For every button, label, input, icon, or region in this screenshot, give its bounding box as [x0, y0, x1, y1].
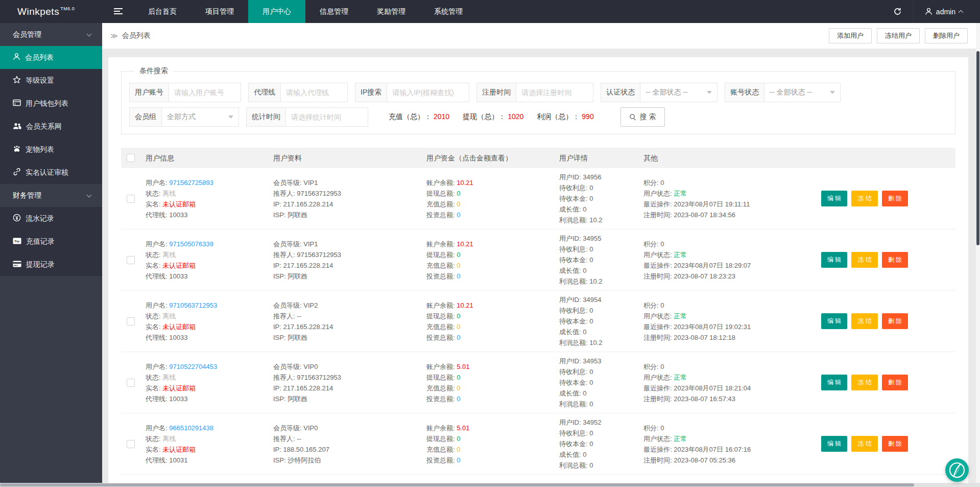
- edit-button[interactable]: 编 辑: [821, 252, 847, 268]
- sidebar-group-title-1[interactable]: 会员管理: [0, 23, 102, 46]
- ip-address-value: 217.165.228.214: [283, 323, 333, 331]
- withdraw-total-value[interactable]: 0: [457, 435, 460, 443]
- nav-item-5[interactable]: 奖励管理: [363, 0, 420, 23]
- delete-button[interactable]: 删 除: [882, 375, 908, 390]
- row-checkbox[interactable]: [127, 317, 135, 326]
- freeze-button[interactable]: 冻 结: [851, 375, 877, 390]
- agent-line: 代理线: 10033: [146, 271, 268, 282]
- pending-principal: 待收本金: 0: [559, 254, 638, 265]
- sidebar-item-等级设置[interactable]: 等级设置: [0, 69, 102, 92]
- edit-button[interactable]: 编 辑: [821, 375, 847, 390]
- recharge-total-value[interactable]: 0: [457, 384, 460, 392]
- total-value: 990: [582, 112, 593, 121]
- nav-item-6[interactable]: 系统管理: [420, 0, 477, 23]
- edit-button[interactable]: 编 辑: [821, 191, 847, 206]
- 账号状态-select[interactable]: -- 全部状态 --: [764, 83, 840, 102]
- menu-toggle-button[interactable]: [102, 0, 134, 23]
- invest-total-value[interactable]: 0: [457, 211, 460, 219]
- freeze-button[interactable]: 冻 结: [851, 436, 877, 452]
- 冻结用户-button[interactable]: 冻结用户: [877, 28, 920, 43]
- account-balance-value[interactable]: 5.01: [457, 424, 469, 432]
- user-name-value[interactable]: 9710522704453: [169, 363, 217, 370]
- select-all-checkbox[interactable]: [127, 154, 135, 162]
- sidebar-item-充值记录[interactable]: Pay充值记录: [0, 230, 102, 253]
- edit-button[interactable]: 编 辑: [821, 313, 847, 329]
- chat-widget-button[interactable]: [945, 458, 969, 482]
- 用户账号-input[interactable]: [169, 83, 241, 102]
- user-name-value[interactable]: 9710563712953: [169, 302, 217, 309]
- horizontal-scrollbar[interactable]: [0, 483, 980, 487]
- nav-item-3[interactable]: 用户中心: [248, 0, 305, 23]
- sidebar-item-用户钱包列表[interactable]: 用户钱包列表: [0, 92, 102, 115]
- account-balance: 账户余额: 10.21: [426, 300, 554, 311]
- delete-button[interactable]: 删 除: [882, 313, 908, 329]
- 会员组-select[interactable]: 全部方式: [162, 108, 238, 126]
- delete-button[interactable]: 删 除: [882, 436, 908, 452]
- withdraw-total-value[interactable]: 0: [457, 312, 460, 320]
- row-checkbox[interactable]: [127, 256, 135, 264]
- row-checkbox[interactable]: [127, 440, 135, 448]
- recharge-total-value[interactable]: 0: [457, 323, 460, 331]
- sidebar-group-title-2[interactable]: 财务管理: [0, 184, 102, 207]
- horizontal-scrollbar-thumb[interactable]: [0, 483, 914, 486]
- freeze-button[interactable]: 冻 结: [851, 252, 877, 268]
- header-用户资金（点击金额查看）: 用户资金（点击金额查看）: [426, 153, 559, 164]
- profit-total-label: 利润总额:: [559, 461, 589, 469]
- 统计时间-input[interactable]: [286, 108, 368, 126]
- refresh-button[interactable]: [882, 0, 914, 23]
- user-status-value: 正常: [674, 190, 687, 197]
- row-checkbox[interactable]: [127, 195, 135, 203]
- table-row: 用户名: 966582027865会员等级: VIP0账户余额: 5.00用户I…: [121, 475, 955, 483]
- 认证状态-select[interactable]: -- 全部状态 --: [640, 83, 717, 102]
- 代理线-input[interactable]: [281, 83, 347, 102]
- delete-button[interactable]: 删 除: [882, 252, 908, 268]
- freeze-button[interactable]: 冻 结: [851, 191, 877, 206]
- edit-button[interactable]: 编 辑: [821, 436, 847, 452]
- sidebar-item-提现记录[interactable]: 提现记录: [0, 253, 102, 276]
- freeze-button[interactable]: 冻 结: [851, 313, 877, 329]
- sidebar-item-实名认证审核[interactable]: 实名认证审核: [0, 161, 102, 184]
- account-balance-value[interactable]: 5.01: [457, 363, 469, 370]
- recharge-total-value[interactable]: 0: [457, 200, 460, 208]
- pending-principal-value: 0: [589, 317, 593, 325]
- sidebar-item-会员关系网[interactable]: 会员关系网: [0, 115, 102, 138]
- vertical-scrollbar[interactable]: [976, 23, 980, 483]
- 注册时间-input[interactable]: [516, 83, 593, 102]
- recharge-total-value[interactable]: 0: [457, 262, 460, 269]
- delete-button[interactable]: 删 除: [882, 191, 908, 206]
- nav-item-4[interactable]: 信息管理: [305, 0, 363, 23]
- user-status-label: 用户状态:: [643, 312, 674, 320]
- search-button[interactable]: 搜 索: [620, 107, 665, 127]
- invest-total-value[interactable]: 0: [457, 395, 460, 403]
- IP搜索-input[interactable]: [387, 83, 469, 102]
- 添加用户-button[interactable]: 添加用户: [829, 28, 872, 43]
- main-nav: 后台首页项目管理用户中心信息管理奖励管理系统管理: [134, 0, 477, 23]
- nav-item-2[interactable]: 项目管理: [191, 0, 248, 23]
- profit-total: 利润总额: 10.2: [559, 215, 638, 225]
- account-balance-value[interactable]: 10.21: [457, 179, 473, 187]
- vertical-scrollbar-thumb[interactable]: [976, 51, 979, 245]
- sidebar-item-会员列表[interactable]: 会员列表: [0, 46, 102, 69]
- last-operation-value: 2023年08月07日 16:07:16: [674, 446, 751, 453]
- user-name-value[interactable]: 971562725893: [169, 179, 213, 187]
- invest-total-value[interactable]: 0: [457, 272, 460, 280]
- search-row-2: 会员组全部方式统计时间 充值（总）：2010提现（总）：1020利润（总）：99…: [129, 107, 947, 127]
- row-checkbox[interactable]: [127, 379, 135, 387]
- search-totals: 充值（总）：2010提现（总）：1020利润（总）：990: [389, 112, 607, 122]
- nav-item-1[interactable]: 后台首页: [134, 0, 191, 23]
- withdraw-total-value[interactable]: 0: [457, 190, 460, 197]
- withdraw-total-value[interactable]: 0: [457, 374, 460, 381]
- withdraw-total-value[interactable]: 0: [457, 251, 460, 259]
- invest-total-value[interactable]: 0: [457, 334, 460, 341]
- user-name-value[interactable]: 966510291438: [169, 424, 213, 432]
- account-balance-value[interactable]: 10.21: [457, 240, 473, 248]
- sidebar-item-宠物列表[interactable]: 宠物列表: [0, 138, 102, 161]
- invest-total-value[interactable]: 0: [457, 456, 460, 464]
- 删除用户-button[interactable]: 删除用户: [925, 28, 968, 43]
- user-other-cell: 积分: 0用户状态: 正常最近操作: 2023年08月07日 19:02:31注…: [643, 300, 812, 343]
- user-menu[interactable]: admin: [914, 0, 980, 23]
- user-name-value[interactable]: 971505076339: [169, 240, 213, 248]
- account-balance-value[interactable]: 10.21: [457, 302, 473, 309]
- recharge-total-value[interactable]: 0: [457, 446, 460, 453]
- sidebar-item-流水记录[interactable]: 流水记录: [0, 207, 102, 230]
